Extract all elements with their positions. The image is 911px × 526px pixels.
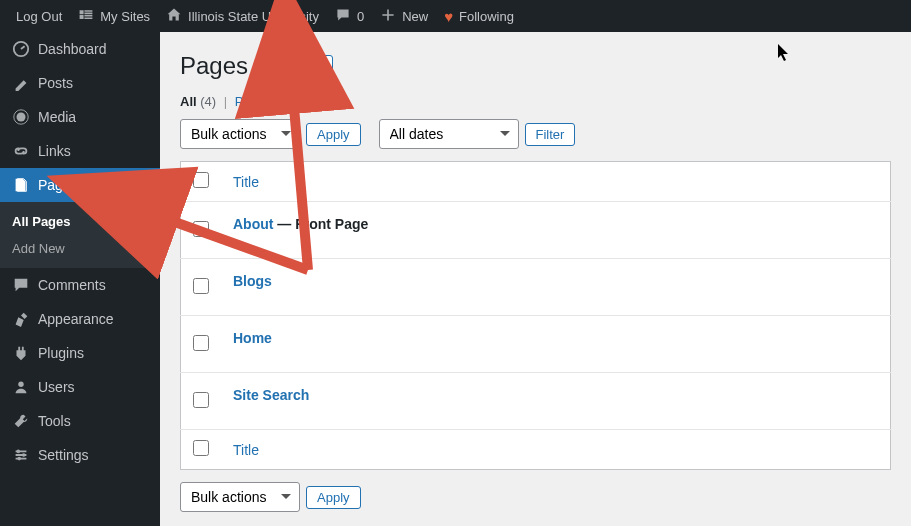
pages-table: Title About — Front Page Blogs Home Site… (180, 161, 891, 470)
column-title-footer: Title (221, 430, 891, 470)
filter-all[interactable]: All (180, 94, 197, 109)
status-filters: All (4) | Published (4) (180, 94, 891, 109)
new-link[interactable]: New (372, 0, 436, 32)
sidebar-item-users[interactable]: Users (0, 370, 160, 404)
sidebar-item-label: Links (38, 143, 71, 159)
heart-icon: ♥ (444, 8, 453, 25)
sidebar-item-media[interactable]: Media (0, 100, 160, 134)
table-row: Site Search (181, 373, 891, 430)
bulk-actions-select[interactable]: Bulk actions (180, 119, 300, 149)
sidebar-item-label: Posts (38, 75, 73, 91)
page-state: — Front Page (273, 216, 368, 232)
sidebar-item-label: Media (38, 109, 76, 125)
bulk-actions-select-wrap: Bulk actions (180, 119, 300, 149)
table-row: About — Front Page (181, 202, 891, 259)
dates-select[interactable]: All dates (379, 119, 519, 149)
content-area: Pages Add New All (4) | Published (4) Bu… (160, 32, 911, 526)
svg-point-4 (17, 450, 21, 454)
new-label: New (402, 9, 428, 24)
mysites-link[interactable]: My Sites (70, 0, 158, 32)
admin-sidebar: Dashboard Posts Media Links Pages All Pa… (0, 32, 160, 526)
logout-link[interactable]: Log Out (8, 0, 70, 32)
bulk-actions-select-bottom-wrap: Bulk actions (180, 482, 300, 512)
dates-select-wrap: All dates (379, 119, 519, 149)
comments-count: 0 (357, 9, 364, 24)
sidebar-item-dashboard[interactable]: Dashboard (0, 32, 160, 66)
sidebar-submenu-pages: All Pages Add New (0, 202, 160, 268)
sidebar-item-label: Dashboard (38, 41, 107, 57)
mysites-icon (78, 7, 94, 26)
sitename-label: Illinois State University (188, 9, 319, 24)
page-title-link[interactable]: Home (233, 330, 272, 346)
comments-icon (335, 7, 351, 26)
sitename-link[interactable]: Illinois State University (158, 0, 327, 32)
row-checkbox[interactable] (193, 335, 209, 351)
column-title: Title (221, 162, 891, 202)
sidebar-subitem-allpages[interactable]: All Pages (0, 208, 160, 235)
sidebar-item-label: Appearance (38, 311, 114, 327)
svg-point-6 (17, 457, 21, 461)
admin-bar: Log Out My Sites Illinois State Universi… (0, 0, 911, 32)
svg-point-3 (18, 382, 23, 387)
mysites-label: My Sites (100, 9, 150, 24)
sidebar-item-label: Tools (38, 413, 71, 429)
row-checkbox[interactable] (193, 221, 209, 237)
sidebar-subitem-addnew[interactable]: Add New (0, 235, 160, 262)
following-link[interactable]: ♥ Following (436, 0, 522, 32)
add-new-button[interactable]: Add New (258, 55, 333, 78)
sidebar-item-pages[interactable]: Pages (0, 168, 160, 202)
filter-published[interactable]: Published (235, 94, 292, 109)
page-title: Pages (180, 52, 248, 80)
sidebar-item-links[interactable]: Links (0, 134, 160, 168)
apply-button-bottom[interactable]: Apply (306, 486, 361, 509)
page-title-link[interactable]: Site Search (233, 387, 309, 403)
filter-published-count: (4) (296, 94, 312, 109)
sidebar-item-settings[interactable]: Settings (0, 438, 160, 472)
bulk-actions-select-bottom[interactable]: Bulk actions (180, 482, 300, 512)
svg-point-5 (22, 453, 26, 457)
sidebar-item-label: Plugins (38, 345, 84, 361)
following-label: Following (459, 9, 514, 24)
plus-icon (380, 7, 396, 26)
sidebar-item-posts[interactable]: Posts (0, 66, 160, 100)
table-row: Blogs (181, 259, 891, 316)
sidebar-item-plugins[interactable]: Plugins (0, 336, 160, 370)
page-title-link[interactable]: Blogs (233, 273, 272, 289)
home-icon (166, 7, 182, 26)
sidebar-item-label: Pages (38, 177, 78, 193)
svg-point-1 (17, 113, 26, 122)
select-all-checkbox-bottom[interactable] (193, 440, 209, 456)
logout-label: Log Out (16, 9, 62, 24)
comments-link[interactable]: 0 (327, 0, 372, 32)
sidebar-item-label: Users (38, 379, 75, 395)
table-row: Home (181, 316, 891, 373)
page-title-link[interactable]: About (233, 216, 273, 232)
select-all-checkbox[interactable] (193, 172, 209, 188)
sidebar-item-label: Settings (38, 447, 89, 463)
row-checkbox[interactable] (193, 392, 209, 408)
filter-all-count: (4) (200, 94, 216, 109)
sidebar-item-tools[interactable]: Tools (0, 404, 160, 438)
apply-button[interactable]: Apply (306, 123, 361, 146)
row-checkbox[interactable] (193, 278, 209, 294)
sidebar-item-comments[interactable]: Comments (0, 268, 160, 302)
sidebar-item-label: Comments (38, 277, 106, 293)
filter-button[interactable]: Filter (525, 123, 576, 146)
sidebar-item-appearance[interactable]: Appearance (0, 302, 160, 336)
